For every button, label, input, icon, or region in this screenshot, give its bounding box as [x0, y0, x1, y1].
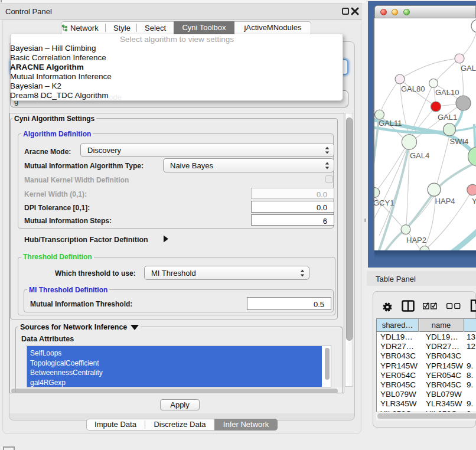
svg-text:GAL11: GAL11 [379, 119, 402, 128]
svg-text:SWI4: SWI4 [450, 137, 469, 146]
svg-text:HAP4: HAP4 [435, 197, 455, 206]
svg-text:GAL10: GAL10 [435, 88, 459, 97]
svg-text:GAL4: GAL4 [410, 151, 429, 160]
svg-text:GAL80: GAL80 [401, 84, 425, 93]
svg-text:Y: Y [472, 197, 476, 206]
svg-text:GAL1: GAL1 [438, 113, 457, 122]
svg-text:HAP2: HAP2 [406, 236, 426, 244]
svg-text:GCY1: GCY1 [374, 198, 394, 207]
svg-text:GAL: GAL [461, 64, 476, 73]
